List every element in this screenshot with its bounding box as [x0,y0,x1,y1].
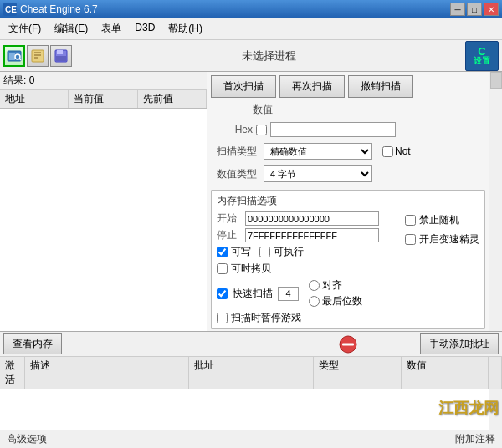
minimize-button[interactable]: ─ [450,3,465,16]
value-section-label: 数值 [253,103,273,117]
menu-edit[interactable]: 编辑(E) [49,20,93,38]
svg-rect-9 [56,56,66,61]
scan-results-body [0,109,207,331]
fast-scan-checkbox[interactable] [217,288,228,299]
open-process-button[interactable] [3,45,25,67]
executable-label: 可执行 [274,245,304,259]
copy-checkbox[interactable] [217,263,228,274]
save-button[interactable] [50,45,72,67]
menu-bar: 文件(F) 编辑(E) 表单 D3D 帮助(H) [0,18,502,40]
fast-scan-value[interactable] [278,287,299,301]
list-scrollbar-header [489,357,502,389]
settings-label: 设置 [474,57,490,65]
view-memory-button[interactable]: 查看内存 [3,333,62,354]
watermark: 江西龙网 [438,398,499,418]
svg-rect-6 [32,50,44,62]
address-table-header: 地址 当前值 先前值 [0,90,207,109]
copy-label: 可时拷贝 [231,262,271,276]
scan-type-label: 扫描类型 [211,145,257,159]
open-elf-checkbox[interactable] [405,234,416,245]
right-scrollbar[interactable] [489,72,502,331]
first-scan-button[interactable]: 首次扫描 [211,75,276,98]
not-label: Not [395,145,411,157]
svg-rect-8 [57,50,63,54]
advanced-bar: 高级选项 附加注释 [0,430,502,448]
mem-scan-group: 内存扫描选项 开始 停止 [211,190,485,329]
col-address: 地址 [0,90,69,108]
maximize-button[interactable]: □ [467,3,482,16]
no-entry-icon [338,334,358,354]
close-button[interactable]: ✕ [484,3,499,16]
col-desc: 描述 [25,357,189,389]
hex-checkbox[interactable] [256,125,267,135]
undo-scan-button[interactable]: 撤销扫描 [348,75,413,98]
disable-random-checkbox[interactable] [405,215,416,226]
col-current: 当前值 [69,90,137,108]
address-list-header: 激活 描述 批址 类型 数值 [0,356,502,389]
svg-rect-3 [9,53,15,60]
col-type: 类型 [314,357,401,389]
watermark-main: 江西龙网 [438,398,499,418]
last-digit-radio[interactable] [309,296,320,307]
stop-label: 停止 [217,228,242,242]
align-radio[interactable] [309,280,320,291]
start-address-input[interactable] [245,211,379,226]
value-type-label: 数值类型 [211,167,257,181]
value-type-dropdown[interactable]: 4 字节 [264,165,372,182]
value-input[interactable] [270,122,396,137]
advanced-label[interactable]: 高级选项 [7,432,47,446]
col-addr: 批址 [189,357,315,389]
pause-game-checkbox[interactable] [217,313,228,323]
menu-d3d[interactable]: D3D [130,20,160,38]
last-digit-label: 最后位数 [322,294,362,308]
fast-scan-label: 快速扫描 [233,287,273,301]
col-value: 数值 [402,357,489,389]
next-scan-button[interactable]: 再次扫描 [279,75,345,98]
svg-text:CE: CE [5,5,17,14]
svg-rect-11 [342,344,354,346]
window-controls: ─ □ ✕ [450,3,499,16]
add-comment-label[interactable]: 附加注释 [455,432,495,446]
window-title: Cheat Engine 6.7 [20,3,98,15]
stop-address-input[interactable] [245,228,379,242]
open-file-button[interactable] [27,45,49,67]
menu-help[interactable]: 帮助(H) [163,20,207,38]
start-label: 开始 [217,211,242,226]
settings-button[interactable]: C 设置 [465,41,499,71]
menu-table[interactable]: 表单 [96,20,126,38]
not-checkbox[interactable] [382,146,393,157]
menu-file[interactable]: 文件(F) [3,20,46,38]
disable-random-label: 禁止随机 [419,213,459,227]
writable-label: 可写 [231,245,251,259]
process-name: 未选择进程 [72,48,465,64]
scan-type-dropdown[interactable]: 精确数值 [264,143,372,160]
app-icon: CE [3,3,17,16]
results-bar: 结果: 0 [0,72,207,90]
align-label: 对齐 [322,278,342,293]
hex-label: Hex [211,124,253,135]
mem-scan-title: 内存扫描选项 [217,194,479,208]
writable-checkbox[interactable] [217,247,228,257]
open-elf-label: 开启变速精灵 [419,232,479,247]
title-bar: CE Cheat Engine 6.7 ─ □ ✕ [0,0,502,18]
pause-label: 扫描时暂停游戏 [231,311,301,325]
executable-checkbox[interactable] [259,247,270,257]
col-prev: 先前值 [138,90,207,108]
col-activate: 激活 [0,357,25,389]
